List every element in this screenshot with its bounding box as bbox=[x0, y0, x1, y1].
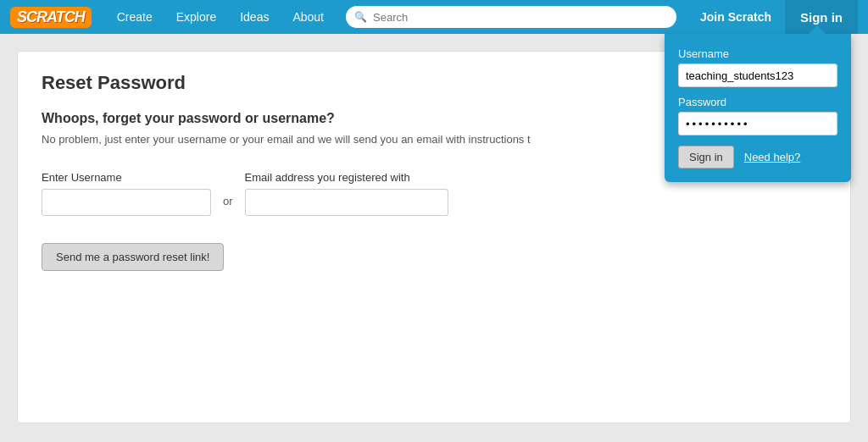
page-wrap: Reset Password Whoops, forget your passw… bbox=[0, 34, 868, 423]
scratch-logo[interactable]: SCRATCH bbox=[10, 7, 92, 28]
nav-create[interactable]: Create bbox=[105, 0, 164, 34]
nav-explore[interactable]: Explore bbox=[164, 0, 228, 34]
join-scratch-link[interactable]: Join Scratch bbox=[687, 10, 785, 24]
search-input[interactable] bbox=[346, 6, 676, 28]
username-label: Enter Username bbox=[42, 171, 211, 184]
signin-dropdown: Username Password Sign in Need help? bbox=[665, 34, 851, 182]
or-label: or bbox=[223, 195, 233, 207]
email-group: Email address you registered with bbox=[245, 171, 448, 216]
username-group: Enter Username bbox=[42, 171, 211, 216]
navigation: SCRATCH Create Explore Ideas About 🔍 Joi… bbox=[0, 0, 868, 34]
email-input[interactable] bbox=[245, 189, 448, 216]
username-input[interactable] bbox=[42, 189, 211, 216]
email-label: Email address you registered with bbox=[245, 171, 448, 184]
nav-about[interactable]: About bbox=[281, 0, 336, 34]
nav-ideas[interactable]: Ideas bbox=[228, 0, 281, 34]
nav-right: Join Scratch Sign in bbox=[687, 0, 858, 34]
password-field-label: Password bbox=[678, 96, 837, 108]
signin-row: Sign in Need help? bbox=[678, 146, 837, 169]
submit-reset-button[interactable]: Send me a password reset link! bbox=[42, 243, 224, 271]
username-field-label: Username bbox=[678, 47, 837, 60]
description-text: No problem, just enter your username or … bbox=[42, 133, 618, 146]
signin-username-input[interactable] bbox=[678, 64, 837, 87]
need-help-link[interactable]: Need help? bbox=[744, 151, 801, 163]
signin-submit-button[interactable]: Sign in bbox=[678, 146, 734, 169]
search-wrap: 🔍 bbox=[346, 6, 676, 28]
nav-links: Create Explore Ideas About bbox=[105, 0, 336, 34]
search-icon: 🔍 bbox=[354, 11, 367, 23]
signin-password-input[interactable] bbox=[678, 112, 837, 135]
